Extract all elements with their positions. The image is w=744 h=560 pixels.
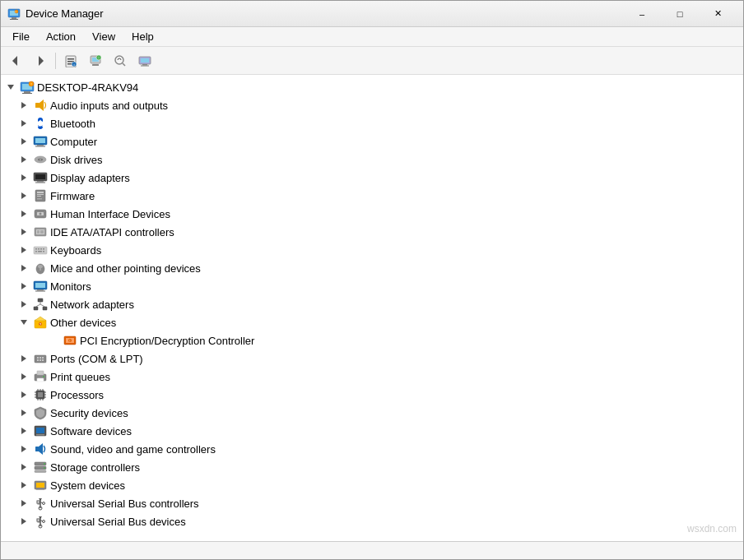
tree-item-network[interactable]: Network adapters [1,295,743,313]
svg-marker-34 [40,100,44,111]
ports-expand-icon[interactable] [17,352,30,365]
tree-item-keyboard[interactable]: Keyboards [1,241,743,259]
tree-item-ide[interactable]: IDE ATA/ATAPI controllers [1,223,743,241]
tree-item-disk[interactable]: Disk drives [1,150,743,169]
tree-item-other[interactable]: ? Other devices [1,313,743,331]
tree-item-system[interactable]: System devices [1,476,743,494]
sound-expand-icon[interactable] [17,442,30,456]
computer-expand-icon[interactable] [17,135,30,148]
usb2-expand-icon[interactable] [17,515,30,528]
bluetooth-expand-icon[interactable] [17,117,30,130]
svg-text:!: ! [69,339,70,343]
print-expand-icon[interactable] [17,370,30,383]
svg-text:⬢: ⬢ [37,119,44,127]
processors-expand-icon[interactable] [17,388,30,401]
svg-rect-89 [43,307,47,310]
svg-text:↑: ↑ [98,54,100,59]
tree-item-software[interactable]: Software devices [1,422,743,440]
computer-icon: ! [20,80,35,95]
other-expand-icon[interactable] [17,316,30,329]
hid-expand-icon[interactable] [17,207,30,220]
scan-button[interactable] [109,49,132,72]
svg-rect-108 [37,359,39,361]
svg-rect-51 [37,181,44,183]
usb1-expand-icon[interactable] [17,497,30,510]
pci-icon: ! [63,333,77,348]
tree-item-usb2[interactable]: Universal Serial Bus devices [1,512,743,530]
tree-item-ports[interactable]: Ports (COM & LPT) [1,349,743,368]
ide-expand-icon[interactable] [17,225,30,238]
menu-file[interactable]: File [4,28,38,46]
properties-button[interactable]: i [59,49,82,72]
tree-item-security[interactable]: Security devices [1,404,743,422]
svg-text:!: ! [16,10,16,13]
toolbar-separator-1 [55,53,56,69]
svg-point-47 [40,159,41,160]
ide-label: IDE ATA/ATAPI controllers [50,226,174,238]
tree-item-audio[interactable]: Audio inputs and outputs [1,96,743,114]
watermark: wsxdn.com [687,523,737,535]
tree-item-monitors[interactable]: Monitors [1,277,743,295]
display-expand-icon[interactable] [17,171,30,184]
tree-item-sound[interactable]: Sound, video and game controllers [1,440,743,458]
display-label: Display adapters [50,172,130,184]
other-icon: ? [33,315,48,330]
svg-marker-59 [21,211,26,217]
tree-content[interactable]: ! DESKTOP-4RAKV94 Audio inputs and [1,75,743,541]
software-expand-icon[interactable] [17,424,30,437]
network-label: Network adapters [50,299,134,311]
menu-action[interactable]: Action [38,28,84,46]
svg-rect-152 [37,501,40,503]
disk-label: Disk drives [50,154,103,166]
menu-help[interactable]: Help [123,28,162,46]
tree-item-firmware[interactable]: Firmware [1,187,743,205]
menu-view[interactable]: View [84,28,123,46]
tree-item-hid[interactable]: Human Interface Devices [1,205,743,223]
minimize-button[interactable]: – [623,1,661,27]
svg-rect-135 [36,434,44,436]
update-button[interactable]: ↑ [84,49,107,72]
menu-bar: File Action View Help [1,27,743,47]
network-expand-icon[interactable] [17,298,30,311]
svg-rect-107 [42,357,44,359]
svg-rect-144 [35,470,46,473]
tree-item-bluetooth[interactable]: ★ ⬢ Bluetooth [1,114,743,132]
keyboard-expand-icon[interactable] [17,243,30,257]
firmware-expand-icon[interactable] [17,189,30,202]
svg-marker-111 [21,373,26,380]
system-expand-icon[interactable] [17,479,30,492]
root-expand-icon[interactable] [4,81,17,94]
tree-item-storage[interactable]: Storage controllers [1,458,743,476]
monitor-button[interactable] [133,49,156,72]
tree-item-mice[interactable]: Mice and other pointing devices [1,259,743,277]
disk-expand-icon[interactable] [17,153,30,166]
firmware-label: Firmware [50,190,95,202]
close-button[interactable]: ✕ [699,1,737,27]
usb2-icon [33,514,48,529]
tree-root[interactable]: ! DESKTOP-4RAKV94 [1,78,743,96]
ports-label: Ports (COM & LPT) [50,353,143,365]
keyboard-icon [33,243,48,257]
mice-expand-icon[interactable] [17,261,30,275]
keyboard-label: Keyboards [50,244,101,257]
forward-button[interactable] [29,49,52,72]
back-button[interactable] [4,49,27,72]
security-expand-icon[interactable] [17,406,30,419]
tree-item-processors[interactable]: Processors [1,386,743,404]
sound-label: Sound, video and game controllers [50,443,216,456]
mouse-icon [33,261,48,275]
system-icon [33,478,48,493]
monitors-expand-icon[interactable] [17,280,30,293]
tree-item-pci[interactable]: ! PCI Encryption/Decryption Controller [1,331,743,349]
svg-marker-77 [21,265,26,271]
maximize-button[interactable]: □ [661,1,699,27]
tree-item-display[interactable]: Display adapters [1,169,743,187]
storage-expand-icon[interactable] [17,460,30,474]
tree-item-usb1[interactable]: Universal Serial Bus controllers [1,494,743,512]
audio-expand-icon[interactable] [17,99,30,112]
svg-marker-157 [21,518,26,525]
tree-item-print[interactable]: Print queues [1,368,743,386]
svg-marker-68 [21,247,26,253]
svg-rect-69 [34,247,47,254]
tree-item-computer[interactable]: Computer [1,132,743,150]
